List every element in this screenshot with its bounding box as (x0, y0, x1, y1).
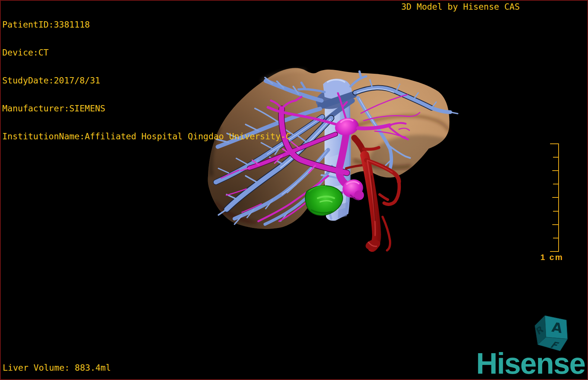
scale-bar-tick (552, 197, 558, 198)
scale-bar-tick (553, 238, 558, 238)
device-text: Device:CT (2, 48, 291, 57)
scale-bar-tick (553, 211, 558, 212)
scale-bar-line (558, 143, 559, 252)
scale-bar-tick (550, 251, 558, 252)
scale-bar-tick (552, 224, 558, 225)
scale-bar-tick (553, 184, 558, 184)
scale-bar-tick (553, 157, 558, 158)
manufacturer-text: Manufacturer:SIEMENS (2, 104, 291, 113)
scale-bar: 1 cm (538, 141, 568, 264)
hisense-logo: Hisense (476, 349, 585, 379)
liver-volume-text: Liver Volume: 883.4ml (3, 363, 111, 373)
scale-bar-tick (552, 170, 558, 171)
patient-id-text: PatientID:3381118 (2, 20, 291, 29)
scale-bar-label: 1 cm (540, 253, 563, 262)
scale-bar-tick (550, 143, 558, 144)
patient-info-block: PatientID:3381118 Device:CT StudyDate:20… (2, 1, 291, 160)
study-date-text: StudyDate:2017/8/31 (2, 76, 291, 85)
viewer-window: PatientID:3381118 Device:CT StudyDate:20… (0, 0, 588, 380)
watermark-text: 3D Model by Hisense CAS (401, 2, 520, 12)
institution-text: InstitutionName:Affiliated Hospital Qing… (2, 132, 291, 141)
